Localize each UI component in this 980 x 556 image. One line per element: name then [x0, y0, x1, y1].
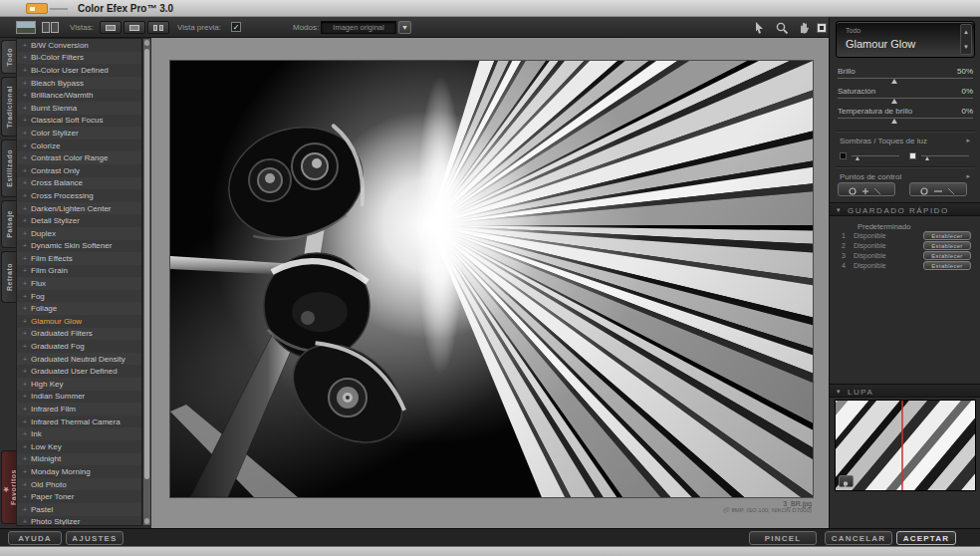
slot-set-button[interactable]: Establecer: [923, 261, 971, 270]
filter-item-old-photo[interactable]: +Old Photo: [17, 478, 141, 491]
lupa-pin-button[interactable]: [839, 475, 854, 487]
filter-item-brilliance-warmth[interactable]: +Brilliance/Warmth: [17, 89, 141, 102]
previous-filter-button[interactable]: ▲: [961, 25, 971, 40]
pincel-button[interactable]: PINCEL: [749, 531, 817, 545]
filter-item-bleach-bypass[interactable]: +Bleach Bypass: [17, 77, 141, 90]
cancelar-button[interactable]: CANCELAR: [825, 531, 892, 545]
filter-item-fog[interactable]: +Fog: [17, 290, 141, 303]
sombras-expand-icon[interactable]: ▸: [966, 137, 970, 144]
filter-item-glamour-glow[interactable]: +Glamour Glow: [17, 315, 141, 328]
filter-item-bi-color-filters[interactable]: +Bi-Color Filters: [17, 52, 141, 65]
modos-dropdown[interactable]: Imagen original: [321, 21, 396, 34]
lupa-collapse-icon[interactable]: ▾: [837, 388, 841, 396]
filter-item-graduated-neutral-density[interactable]: +Graduated Neutral Density: [17, 353, 141, 366]
zoom-tool-icon[interactable]: [775, 21, 789, 35]
tab-paisaje[interactable]: Paisaje: [1, 200, 16, 248]
slider-handle[interactable]: [891, 119, 897, 124]
filter-item-graduated-filters[interactable]: +Graduated Filters: [17, 328, 141, 341]
ayuda-button[interactable]: AYUDA: [8, 531, 62, 545]
vista-previa-checkbox[interactable]: ✓: [231, 22, 241, 32]
filter-bullet-icon: +: [23, 343, 31, 350]
side-by-side-view-button[interactable]: [147, 21, 169, 34]
filter-item-contrast-color-range[interactable]: +Contrast Color Range: [17, 151, 141, 164]
filter-item-foliage[interactable]: +Foliage: [17, 302, 141, 315]
add-control-point-button[interactable]: [838, 182, 895, 196]
slider-saturaci-n[interactable]: Saturación0%: [838, 85, 973, 105]
slider-handle[interactable]: [891, 99, 897, 104]
filter-item-paper-toner[interactable]: +Paper Toner: [17, 490, 141, 503]
filter-item-cross-processing[interactable]: +Cross Processing: [17, 189, 141, 202]
slot-set-button[interactable]: Establecer: [923, 231, 971, 240]
filter-item-pastel[interactable]: +Pastel: [17, 503, 141, 516]
tab-todo[interactable]: Todo: [1, 40, 16, 74]
slider-track[interactable]: [838, 78, 973, 79]
scrollbar-thumb[interactable]: [144, 49, 149, 479]
photo-preview[interactable]: [169, 60, 814, 498]
tab-label: Retrato: [6, 263, 13, 291]
slider-temperatura-de-brillo[interactable]: Temperatura de brillo0%: [838, 105, 973, 125]
next-filter-button[interactable]: ▼: [961, 40, 971, 55]
pan-hand-icon[interactable]: [797, 21, 811, 35]
lupa-preview[interactable]: [835, 400, 976, 491]
filter-item-burnt-sienna[interactable]: +Burnt Sienna: [17, 102, 141, 115]
filter-item-bi-color-user-defined[interactable]: +Bi-Color User Defined: [17, 64, 141, 77]
filter-item-infrared-thermal-camera[interactable]: +Infrared Thermal Camera: [17, 416, 141, 428]
subtract-control-point-button[interactable]: [909, 182, 967, 196]
filter-item-film-effects[interactable]: +Film Effects: [17, 252, 141, 265]
select-cursor-icon[interactable]: [753, 21, 767, 35]
single-view-button[interactable]: [100, 21, 122, 34]
slider-brillo[interactable]: Brillo50%: [838, 65, 973, 85]
slider-handle[interactable]: [891, 79, 897, 84]
filter-list-scrollbar[interactable]: [142, 38, 151, 526]
scroll-up-button[interactable]: [144, 40, 149, 46]
tab-retrato[interactable]: Retrato: [1, 251, 16, 303]
filter-item-classical-soft-focus[interactable]: +Classical Soft Focus: [17, 115, 141, 128]
filter-item-colorize[interactable]: +Colorize: [17, 139, 141, 152]
tab-estilizado[interactable]: Estilizado: [1, 139, 16, 197]
tab-favoritos[interactable]: ★Favoritos: [1, 450, 16, 524]
modos-dropdown-arrow-icon[interactable]: ▼: [398, 21, 411, 34]
puntos-expand-icon[interactable]: ▸: [966, 172, 970, 180]
filter-item-graduated-fog[interactable]: +Graduated Fog: [17, 340, 141, 353]
sombras-slider[interactable]: [840, 150, 901, 162]
filter-item-midnight[interactable]: +Midnight: [17, 453, 141, 466]
filter-item-contrast-only[interactable]: +Contrast Only: [17, 164, 141, 177]
filter-item-monday-morning[interactable]: +Monday Morning: [17, 465, 141, 478]
filter-item-low-key[interactable]: +Low Key: [17, 440, 141, 453]
slider-track[interactable]: [838, 118, 973, 119]
filter-item-cross-balance[interactable]: +Cross Balance: [17, 177, 141, 190]
slot-set-button[interactable]: Establecer: [923, 251, 971, 260]
slot-set-button[interactable]: Establecer: [923, 241, 971, 250]
filter-item-infrared-film[interactable]: +Infrared Film: [17, 403, 141, 416]
scroll-down-button[interactable]: [144, 518, 149, 524]
filter-item-b-w-conversion[interactable]: +B/W Conversion: [17, 39, 141, 52]
filter-item-flux[interactable]: +Flux: [17, 277, 141, 290]
tab-tradicional[interactable]: Tradicional: [1, 77, 16, 137]
filter-item-indian-summer[interactable]: +Indian Summer: [17, 391, 141, 404]
compare-view-icon[interactable]: [42, 22, 60, 33]
toques-luz-slider[interactable]: [909, 150, 971, 162]
guardado-rapido-header[interactable]: ▾ GUARDADO RÁPIDO: [830, 202, 980, 216]
filter-item-color-stylizer[interactable]: +Color Stylizer: [17, 127, 141, 139]
ajustes-button[interactable]: AJUSTES: [66, 531, 123, 545]
background-color-selector-icon[interactable]: [815, 21, 829, 35]
filter-item-film-grain[interactable]: +Film Grain: [17, 265, 141, 278]
split-view-button[interactable]: [123, 21, 145, 34]
filter-bullet-icon: +: [23, 280, 31, 287]
slider-track[interactable]: [838, 98, 973, 99]
filter-item-dynamic-skin-softener[interactable]: +Dynamic Skin Softener: [17, 240, 141, 253]
aceptar-button[interactable]: ACEPTAR: [896, 531, 956, 545]
filter-item-photo-stylizer[interactable]: +Photo Stylizer: [17, 516, 141, 526]
filter-item-graduated-user-defined[interactable]: +Graduated User Defined: [17, 365, 141, 378]
window-footer-edge: [0, 546, 980, 556]
filter-item-ink[interactable]: +Ink: [17, 427, 141, 440]
filter-item-detail-stylizer[interactable]: +Detail Stylizer: [17, 214, 141, 227]
image-thumbnail-icon[interactable]: [16, 21, 36, 34]
filter-name: Glamour Glow: [31, 317, 82, 326]
guardado-collapse-icon[interactable]: ▾: [837, 206, 841, 214]
puntos-section-label: Puntos de control: [840, 172, 901, 181]
filter-item-high-key[interactable]: +High Key: [17, 378, 141, 391]
filter-item-duplex[interactable]: +Duplex: [17, 227, 141, 240]
filter-item-darken-lighten-center[interactable]: +Darken/Lighten Center: [17, 202, 141, 215]
lupa-header[interactable]: ▾ LUPA: [830, 384, 980, 398]
